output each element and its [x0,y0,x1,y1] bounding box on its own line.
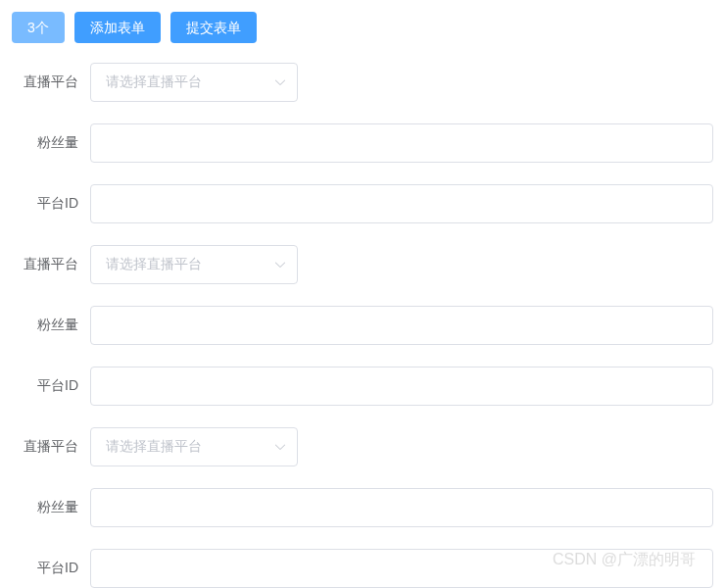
form-item: 平台ID [12,367,713,406]
followers-label: 粉丝量 [12,134,90,152]
form-item: 粉丝量 [12,488,713,527]
platform-id-input[interactable] [90,367,713,406]
platform-select[interactable]: 请选择直播平台 [90,427,298,466]
form-item: 直播平台 请选择直播平台 [12,427,713,466]
platform-id-label: 平台ID [12,560,90,577]
platform-id-input[interactable] [90,549,713,588]
form-item: 平台ID [12,184,713,223]
submit-form-button[interactable]: 提交表单 [170,12,257,43]
platform-id-label: 平台ID [12,377,90,395]
form-item: 平台ID [12,549,713,588]
form-item: 粉丝量 [12,306,713,345]
form-item: 粉丝量 [12,123,713,163]
add-form-button[interactable]: 添加表单 [74,12,161,43]
button-row: 3个 添加表单 提交表单 [12,12,713,43]
platform-id-label: 平台ID [12,195,90,213]
followers-input[interactable] [90,306,713,345]
form-item: 直播平台 请选择直播平台 [12,63,713,102]
platform-select[interactable]: 请选择直播平台 [90,63,298,102]
platform-select[interactable]: 请选择直播平台 [90,245,298,284]
form-item: 直播平台 请选择直播平台 [12,245,713,284]
platform-label: 直播平台 [12,256,90,273]
followers-label: 粉丝量 [12,317,90,334]
followers-label: 粉丝量 [12,499,90,516]
chevron-down-icon [273,440,287,454]
platform-label: 直播平台 [12,438,90,456]
select-placeholder: 请选择直播平台 [106,438,202,456]
chevron-down-icon [273,75,287,89]
select-placeholder: 请选择直播平台 [106,74,202,91]
count-button[interactable]: 3个 [12,12,65,43]
followers-input[interactable] [90,488,713,527]
chevron-down-icon [273,258,287,271]
followers-input[interactable] [90,123,713,163]
platform-id-input[interactable] [90,184,713,223]
select-placeholder: 请选择直播平台 [106,256,202,273]
platform-label: 直播平台 [12,74,90,91]
